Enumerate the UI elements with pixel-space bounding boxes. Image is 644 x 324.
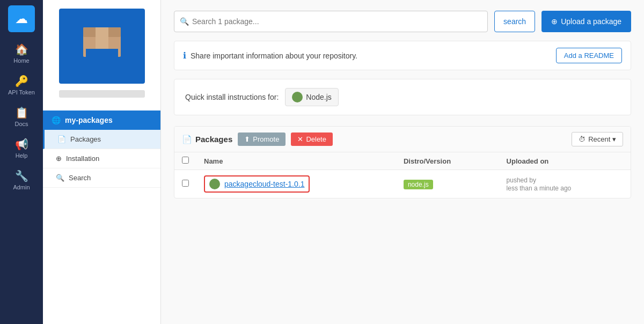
promote-button[interactable]: ⬆ Promote [238,132,286,146]
row-checkbox-cell [174,170,196,198]
readme-message: Share important information about your r… [191,51,357,60]
sidebar-logo-area [43,0,160,111]
add-readme-button[interactable]: Add a README [556,48,622,63]
upload-button-label: Upload a package [561,17,621,26]
packages-sub-icon: 📄 [57,135,66,143]
packages-sub-label: Packages [70,135,101,143]
nav-item-help[interactable]: 📢 Help [0,132,43,164]
package-name-cell: packagecloud-test-1.0.1 [204,175,310,193]
sidebar-sub-item-packages[interactable]: 📄 Packages [43,130,160,149]
quick-install-section: Quick install instructions for: Node.js [174,79,631,115]
sidebar: 🌐 my-packages 📄 Packages ⊕ Installation … [43,0,161,324]
search-button[interactable]: search [494,11,535,32]
upload-icon: ⊕ [551,17,558,26]
nav-item-docs[interactable]: 📋 Docs [0,101,43,132]
app-logo: ☁ [8,5,35,32]
clock-icon: ⏱ [579,135,586,143]
repo-logo [59,9,145,84]
left-nav: ☁ 🏠 Home 🔑 API Token 📋 Docs 📢 Help 🔧 Adm… [0,0,43,324]
svg-rect-5 [105,49,118,57]
nav-item-help-label: Help [16,152,28,159]
nodejs-dist-badge: node.js [404,180,433,189]
uploaded-by-text: pushed by less than a minute ago [507,176,572,192]
search-magnifier-icon: 🔍 [180,17,189,26]
row-uploaded-cell: pushed by less than a minute ago [499,170,631,198]
quick-install-label: Quick install instructions for: [185,93,279,101]
row-name-cell: packagecloud-test-1.0.1 [196,170,396,198]
docs-icon: 📋 [15,106,28,119]
active-repo-label: my-packages [65,116,113,124]
nav-item-api-label: API Token [8,89,35,95]
search-bar-row: 🔍 search ⊕ Upload a package [174,11,631,32]
key-icon: 🔑 [15,75,28,87]
col-distro-header: Distro/Version [396,152,499,170]
col-name-header: Name [196,152,396,170]
upload-package-button[interactable]: ⊕ Upload a package [541,11,631,32]
main-content: 🔍 search ⊕ Upload a package ℹ Share impo… [161,0,644,324]
home-icon: 🏠 [15,43,28,56]
col-uploaded-header: Uploaded on [499,152,631,170]
info-icon: ℹ [183,50,186,61]
packages-table: Name Distro/Version Uploaded on packagec… [174,152,631,198]
packages-title-icon: 📄 [182,135,192,144]
readme-banner: ℹ Share important information about your… [174,41,631,70]
nodejs-label: Node.js [306,93,331,101]
table-header-row: Name Distro/Version Uploaded on [174,152,631,170]
nodejs-badge[interactable]: Node.js [285,88,338,106]
nodejs-icon [292,92,303,102]
nav-item-api-token[interactable]: 🔑 API Token [0,69,43,101]
promote-icon: ⬆ [244,135,250,143]
nav-item-admin[interactable]: 🔧 Admin [0,164,43,196]
row-checkbox[interactable] [182,180,189,187]
package-name-link[interactable]: packagecloud-test-1.0.1 [224,180,304,188]
nav-item-admin-label: Admin [13,184,30,190]
globe-icon: 🌐 [52,116,61,124]
search-input-wrap: 🔍 [174,11,488,32]
packages-header: 📄 Packages ⬆ Promote ✕ Delete ⏱ Recent ▾ [174,127,631,152]
search-sub-icon: 🔍 [56,174,64,182]
readme-message-area: ℹ Share important information about your… [183,50,357,61]
col-checkbox [174,152,196,170]
packages-header-left: 📄 Packages ⬆ Promote ✕ Delete [182,132,333,146]
installation-sub-label: Installation [66,154,99,163]
help-icon: 📢 [15,138,28,151]
search-sub-label: Search [69,174,91,182]
package-svg-icon [75,19,129,73]
admin-icon: 🔧 [15,170,28,182]
sidebar-sub-item-search[interactable]: 🔍 Search [43,168,160,188]
sidebar-sub-item-installation[interactable]: ⊕ Installation [43,149,160,168]
delete-button[interactable]: ✕ Delete [291,132,333,146]
package-type-icon [209,179,220,189]
delete-icon: ✕ [297,135,303,143]
repo-name-bar [59,90,145,98]
row-distro-cell: node.js [396,170,499,198]
packages-section: 📄 Packages ⬆ Promote ✕ Delete ⏱ Recent ▾ [174,126,631,198]
nav-item-home-label: Home [13,57,29,64]
installation-sub-icon: ⊕ [56,154,62,163]
sidebar-item-my-packages[interactable]: 🌐 my-packages [43,111,160,130]
select-all-checkbox[interactable] [182,157,189,164]
recent-sort-button[interactable]: ⏱ Recent ▾ [572,132,623,146]
nav-item-home[interactable]: 🏠 Home [0,38,43,69]
search-input[interactable] [192,17,482,26]
nav-item-docs-label: Docs [14,121,28,127]
packages-title: 📄 Packages [182,135,232,144]
table-row: packagecloud-test-1.0.1 node.js pushed b… [174,170,631,198]
svg-rect-4 [86,49,99,57]
